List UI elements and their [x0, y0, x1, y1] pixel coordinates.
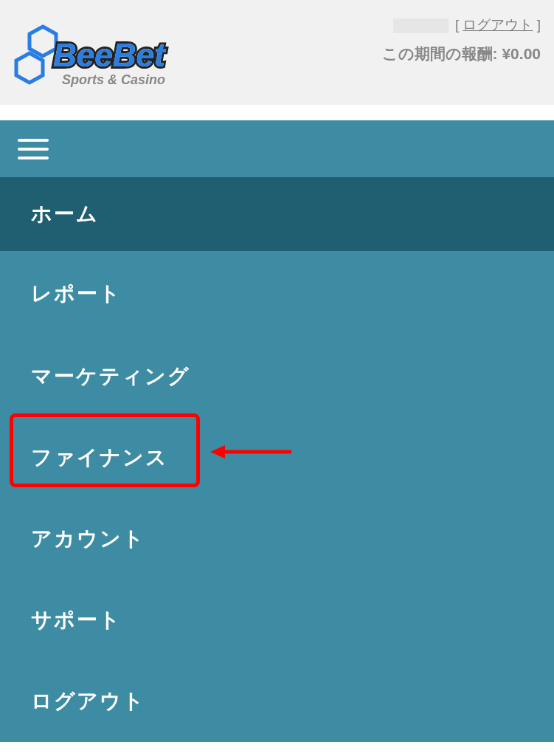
reward-value: ¥0.00: [502, 45, 541, 62]
header-bar: BeeBet BeeBet Sports & Casino [ ログアウト ] …: [0, 0, 554, 105]
header-right: [ ログアウト ] この期間の報酬: ¥0.00: [382, 15, 541, 65]
svg-marker-1: [16, 53, 43, 83]
nav-label: マーケティング: [31, 362, 190, 391]
bracket-open: [: [455, 17, 463, 32]
nav-item-report[interactable]: レポート: [0, 251, 554, 336]
nav-item-support[interactable]: サポート: [0, 580, 554, 661]
nav-label: レポート: [31, 280, 122, 308]
nav-item-finance[interactable]: ファイナンス: [0, 417, 554, 498]
reward-label: この期間の報酬:: [382, 45, 498, 62]
reward-line: この期間の報酬: ¥0.00: [382, 42, 541, 66]
svg-text:Sports & Casino: Sports & Casino: [62, 72, 165, 87]
nav-label: ファイナンス: [31, 444, 168, 472]
svg-marker-0: [30, 27, 56, 56]
blurred-username: [393, 18, 449, 33]
nav-item-marketing[interactable]: マーケティング: [0, 336, 554, 417]
nav-label: ホーム: [31, 200, 99, 228]
nav-item-logout[interactable]: ログアウト: [0, 661, 554, 742]
header-gap: [0, 105, 554, 120]
nav-item-home[interactable]: ホーム: [0, 177, 554, 251]
nav-label: ログアウト: [31, 687, 145, 715]
nav-menu: ホーム レポート マーケティング ファイナンス アカウント サポート ログアウト: [0, 177, 554, 742]
menu-bar: [0, 120, 554, 177]
logout-block: [ ログアウト ]: [382, 15, 541, 36]
nav-item-account[interactable]: アカウント: [0, 498, 554, 580]
svg-text:BeeBet: BeeBet: [53, 37, 167, 73]
brand-logo: BeeBet BeeBet Sports & Casino: [13, 21, 194, 101]
logout-link[interactable]: ログアウト: [463, 17, 533, 32]
bracket-close: ]: [533, 17, 541, 32]
nav-label: サポート: [31, 606, 122, 634]
nav-label: アカウント: [31, 525, 145, 553]
hamburger-icon[interactable]: [18, 139, 49, 159]
